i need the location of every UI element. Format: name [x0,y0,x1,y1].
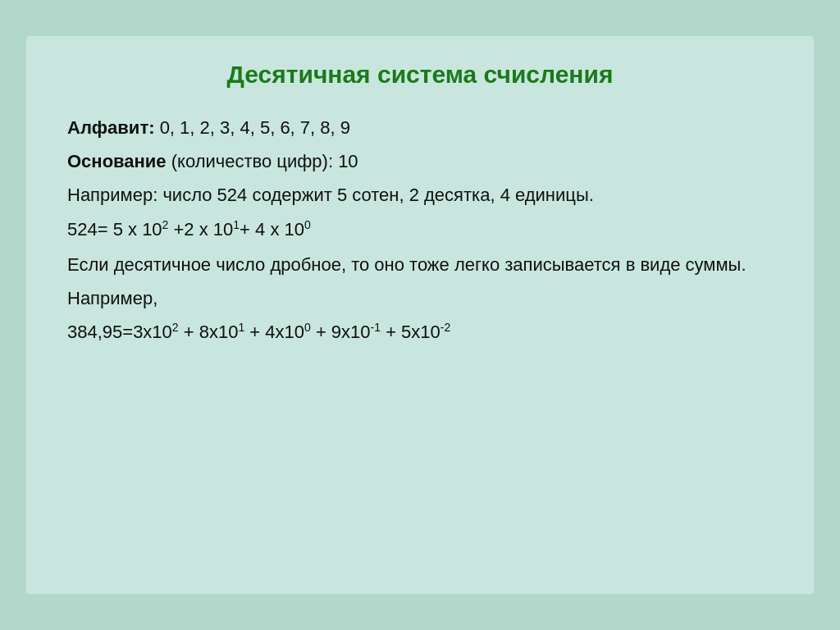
slide-container: Десятичная система счисления Алфавит: 0,… [26,36,814,594]
slide-title: Десятичная система счисления [67,61,773,89]
alphabet-values: 0, 1, 2, 3, 4, 5, 6, 7, 8, 9 [160,117,350,138]
example2-text: Например, [67,288,158,308]
alphabet-bold: Алфавит: [67,117,155,138]
exp-2a: 2 [162,217,169,231]
exp-neg2: -2 [441,321,450,334]
exp-neg1: -1 [371,321,381,334]
alphabet-line: Алфавит: 0, 1, 2, 3, 4, 5, 6, 7, 8, 9 [67,113,773,142]
formula2-line: 384,95=3х102 + 8х101 + 4х100 + 9х10-1 + … [67,317,773,346]
example1-line: Например: число 524 содержит 5 сотен, 2 … [67,180,773,209]
example1-text: Например: число 524 содержит 5 сотен, 2 … [67,185,594,205]
formula1-text: 524= 5 х 102 +2 х 101+ 4 х 100 [67,219,311,240]
if-text: Если десятичное число дробное, то оно то… [67,254,746,275]
exp-0b: 0 [304,321,311,334]
formula1-line: 524= 5 х 102 +2 х 101+ 4 х 100 [67,215,773,244]
formula2-text: 384,95=3х102 + 8х101 + 4х100 + 9х10-1 + … [67,322,450,342]
if-line: Если десятичное число дробное, то оно то… [67,250,773,279]
example2-line: Например, [67,284,773,313]
exp-0a: 0 [304,217,311,231]
exp-1a: 1 [233,217,240,231]
exp-1b: 1 [238,321,244,334]
base-bold: Основание [67,151,167,171]
slide-content: Алфавит: 0, 1, 2, 3, 4, 5, 6, 7, 8, 9 Ос… [67,113,773,346]
base-value: (количество цифр): 10 [171,151,358,171]
base-line: Основание (количество цифр): 10 [67,147,773,176]
exp-2b: 2 [172,321,179,334]
